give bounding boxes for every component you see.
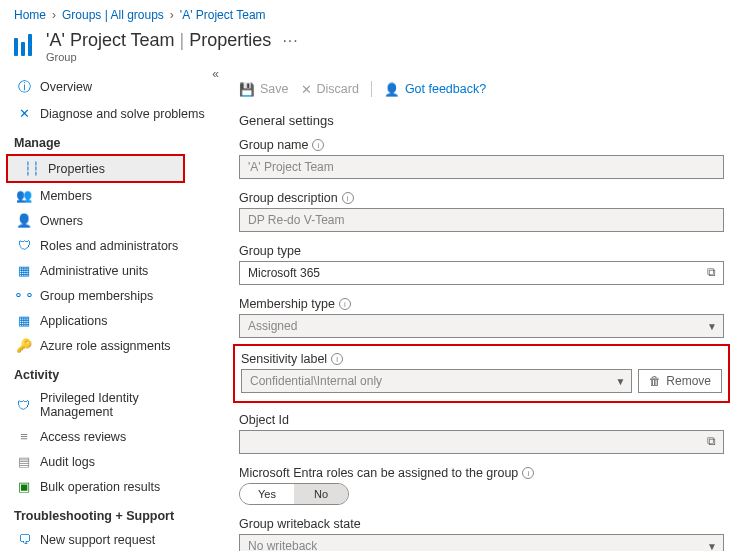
input-group-desc[interactable]: DP Re-do V-Team xyxy=(239,208,724,232)
save-icon: 💾 xyxy=(239,82,255,97)
toggle-entra-roles[interactable]: Yes No xyxy=(239,483,349,505)
field-group-name: Group namei 'A' Project Team xyxy=(239,138,724,179)
select-writeback[interactable]: No writeback▼ xyxy=(239,534,724,551)
key-icon: 🔑 xyxy=(16,338,32,353)
sidebar-item-reviews[interactable]: ≡Access reviews xyxy=(0,424,225,449)
field-sensitivity: Sensitivity labeli Confidential\Internal… xyxy=(241,352,722,393)
field-writeback: Group writeback state No writeback▼ xyxy=(239,517,724,551)
separator xyxy=(371,81,372,97)
trash-icon: 🗑 xyxy=(649,374,661,388)
group-mem-icon: ⚬⚬ xyxy=(16,288,32,303)
breadcrumb-home[interactable]: Home xyxy=(14,8,46,22)
sidebar-item-members[interactable]: 👥Members xyxy=(0,183,225,208)
discard-button[interactable]: ✕Discard xyxy=(301,82,359,97)
roles-icon: 🛡 xyxy=(16,238,32,253)
info-icon: ⓘ xyxy=(16,78,32,96)
sidebar: « ⓘOverview ✕Diagnose and solve problems… xyxy=(0,73,225,551)
input-group-name[interactable]: 'A' Project Team xyxy=(239,155,724,179)
sidebar-section-activity: Activity xyxy=(0,358,225,386)
chevron-down-icon: ▼ xyxy=(707,321,717,332)
reviews-icon: ≡ xyxy=(16,429,32,444)
support-icon: 🗨 xyxy=(16,532,32,547)
apps-icon: ▦ xyxy=(16,313,32,328)
wrench-icon: ✕ xyxy=(16,106,32,121)
sidebar-section-manage: Manage xyxy=(0,126,225,154)
sidebar-item-roles[interactable]: 🛡Roles and administrators xyxy=(0,233,225,258)
more-icon[interactable]: ··· xyxy=(282,32,298,49)
sidebar-item-audit[interactable]: ▤Audit logs xyxy=(0,449,225,474)
chevron-right-icon: › xyxy=(170,8,174,22)
copy-icon[interactable]: ⧉ xyxy=(703,264,719,280)
sidebar-item-bulk[interactable]: ▣Bulk operation results xyxy=(0,474,225,499)
select-sensitivity[interactable]: Confidential\Internal only▼ xyxy=(241,369,632,393)
chevron-down-icon: ▼ xyxy=(615,376,625,387)
info-icon[interactable]: i xyxy=(312,139,324,151)
pim-icon: 🛡 xyxy=(16,398,32,413)
sidebar-item-support[interactable]: 🗨New support request xyxy=(0,527,225,551)
bulk-icon: ▣ xyxy=(16,479,32,494)
page-title-bar: 'A' Project Team | Properties ··· Group xyxy=(0,26,738,73)
main-content: 💾Save ✕Discard 👤Got feedback? General se… xyxy=(225,73,738,551)
chevron-down-icon: ▼ xyxy=(707,541,717,552)
group-icon xyxy=(14,34,36,56)
breadcrumb: Home › Groups | All groups › 'A' Project… xyxy=(0,0,738,26)
remove-button[interactable]: 🗑Remove xyxy=(638,369,722,393)
discard-icon: ✕ xyxy=(301,82,312,97)
feedback-icon: 👤 xyxy=(384,82,400,97)
sidebar-section-trouble: Troubleshooting + Support xyxy=(0,499,225,527)
admin-units-icon: ▦ xyxy=(16,263,32,278)
field-object-id: Object Id ⧉ xyxy=(239,413,724,454)
people-icon: 👥 xyxy=(16,188,32,203)
input-group-type[interactable]: Microsoft 365⧉ xyxy=(239,261,724,285)
owners-icon: 👤 xyxy=(16,213,32,228)
toolbar: 💾Save ✕Discard 👤Got feedback? xyxy=(239,73,724,107)
feedback-button[interactable]: 👤Got feedback? xyxy=(384,82,486,97)
info-icon[interactable]: i xyxy=(342,192,354,204)
sidebar-item-apps[interactable]: ▦Applications xyxy=(0,308,225,333)
sidebar-item-pim[interactable]: 🛡Privileged Identity Management xyxy=(0,386,225,424)
sidebar-item-owners[interactable]: 👤Owners xyxy=(0,208,225,233)
input-object-id[interactable]: ⧉ xyxy=(239,430,724,454)
collapse-icon[interactable]: « xyxy=(212,67,219,81)
section-general: General settings xyxy=(239,107,724,138)
field-group-type: Group type Microsoft 365⧉ xyxy=(239,244,724,285)
save-button[interactable]: 💾Save xyxy=(239,82,289,97)
sidebar-item-groupmem[interactable]: ⚬⚬Group memberships xyxy=(0,283,225,308)
info-icon[interactable]: i xyxy=(339,298,351,310)
page-subtitle: Group xyxy=(46,51,299,63)
field-membership-type: Membership typei Assigned▼ xyxy=(239,297,724,338)
field-entra-roles: Microsoft Entra roles can be assigned to… xyxy=(239,466,724,505)
sidebar-item-properties[interactable]: ┆┆Properties xyxy=(8,156,183,181)
properties-icon: ┆┆ xyxy=(24,161,40,176)
chevron-right-icon: › xyxy=(52,8,56,22)
sidebar-item-azureroles[interactable]: 🔑Azure role assignments xyxy=(0,333,225,358)
sidebar-item-diagnose[interactable]: ✕Diagnose and solve problems xyxy=(0,101,225,126)
copy-icon[interactable]: ⧉ xyxy=(703,433,719,449)
field-group-desc: Group descriptioni DP Re-do V-Team xyxy=(239,191,724,232)
breadcrumb-groups[interactable]: Groups | All groups xyxy=(62,8,164,22)
toggle-no[interactable]: No xyxy=(294,484,348,504)
page-title: 'A' Project Team | Properties ··· xyxy=(46,30,299,51)
sidebar-item-overview[interactable]: ⓘOverview xyxy=(0,73,225,101)
sidebar-item-adminunits[interactable]: ▦Administrative units xyxy=(0,258,225,283)
highlight-sensitivity: Sensitivity labeli Confidential\Internal… xyxy=(233,344,730,403)
breadcrumb-current[interactable]: 'A' Project Team xyxy=(180,8,266,22)
audit-icon: ▤ xyxy=(16,454,32,469)
info-icon[interactable]: i xyxy=(522,467,534,479)
select-membership-type[interactable]: Assigned▼ xyxy=(239,314,724,338)
toggle-yes[interactable]: Yes xyxy=(240,484,294,504)
info-icon[interactable]: i xyxy=(331,353,343,365)
